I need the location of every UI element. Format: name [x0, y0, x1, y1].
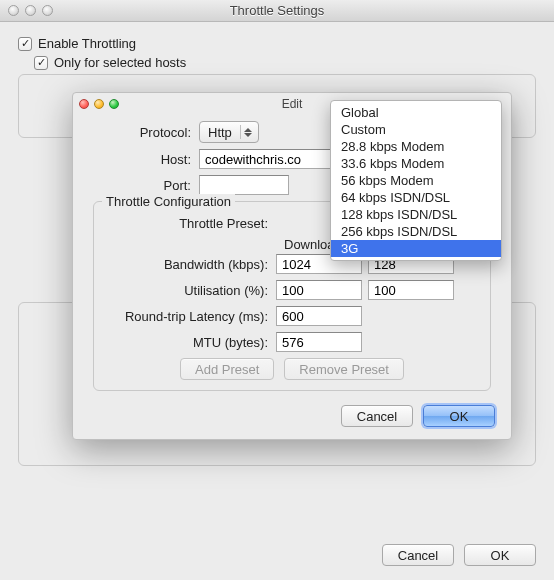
dropdown-arrow-icon [240, 125, 254, 139]
utilisation-download-input[interactable] [276, 280, 362, 300]
only-hosts-checkbox[interactable]: ✓ [34, 56, 48, 70]
throttle-preset-dropdown[interactable]: GlobalCustom28.8 kbps Modem33.6 kbps Mod… [330, 100, 502, 261]
protocol-value: Http [208, 125, 232, 140]
preset-option[interactable]: 3G [331, 240, 501, 257]
mtu-label: MTU (bytes): [106, 335, 276, 350]
close-window-button[interactable] [8, 5, 19, 16]
sheet-cancel-button[interactable]: Cancel [341, 405, 413, 427]
window-titlebar: Throttle Settings [0, 0, 554, 22]
enable-throttling-checkbox[interactable]: ✓ [18, 37, 32, 51]
host-label: Host: [91, 152, 199, 167]
utilisation-label: Utilisation (%): [106, 283, 276, 298]
preset-option[interactable]: 33.6 kbps Modem [331, 155, 501, 172]
window-title: Throttle Settings [0, 3, 554, 18]
protocol-label: Protocol: [91, 125, 199, 140]
latency-label: Round-trip Latency (ms): [106, 309, 276, 324]
traffic-lights [8, 5, 53, 16]
preset-option[interactable]: 28.8 kbps Modem [331, 138, 501, 155]
protocol-select[interactable]: Http [199, 121, 259, 143]
sheet-ok-button[interactable]: OK [423, 405, 495, 427]
port-input[interactable] [199, 175, 289, 195]
preset-option[interactable]: 256 kbps ISDN/DSL [331, 223, 501, 240]
cancel-button[interactable]: Cancel [382, 544, 454, 566]
utilisation-upload-input[interactable] [368, 280, 454, 300]
zoom-window-button[interactable] [42, 5, 53, 16]
only-hosts-label: Only for selected hosts [54, 55, 186, 70]
enable-throttling-label: Enable Throttling [38, 36, 136, 51]
enable-throttling-row: ✓ Enable Throttling [18, 36, 536, 51]
window-buttons: Cancel OK [382, 544, 536, 566]
preset-option[interactable]: 64 kbps ISDN/DSL [331, 189, 501, 206]
add-preset-button[interactable]: Add Preset [180, 358, 274, 380]
bandwidth-label: Bandwidth (kbps): [106, 257, 276, 272]
only-hosts-row: ✓ Only for selected hosts [34, 55, 536, 70]
preset-option[interactable]: 128 kbps ISDN/DSL [331, 206, 501, 223]
remove-preset-button[interactable]: Remove Preset [284, 358, 404, 380]
preset-label: Throttle Preset: [106, 216, 276, 231]
minimize-window-button[interactable] [25, 5, 36, 16]
latency-input[interactable] [276, 306, 362, 326]
mtu-input[interactable] [276, 332, 362, 352]
preset-option[interactable]: 56 kbps Modem [331, 172, 501, 189]
preset-option[interactable]: Custom [331, 121, 501, 138]
throttle-config-label: Throttle Configuration [102, 194, 235, 209]
ok-button[interactable]: OK [464, 544, 536, 566]
preset-option[interactable]: Global [331, 104, 501, 121]
port-label: Port: [91, 178, 199, 193]
